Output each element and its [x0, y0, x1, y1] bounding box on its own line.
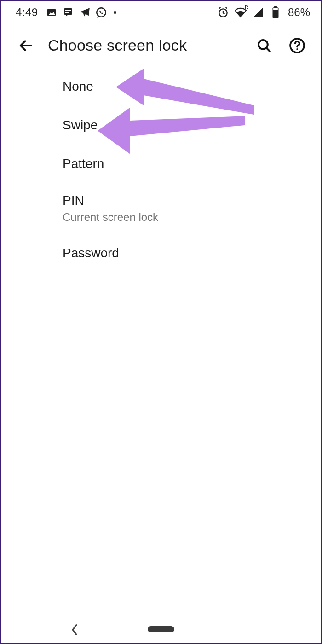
wifi-icon: R: [235, 6, 247, 18]
option-pattern[interactable]: Pattern: [6, 145, 316, 183]
status-bar: 4:49 R: [6, 1, 316, 24]
option-swipe[interactable]: Swipe: [6, 106, 316, 145]
wifi-roaming-badge: R: [245, 4, 248, 10]
search-button[interactable]: [254, 35, 274, 56]
option-label: None: [63, 79, 316, 94]
status-time: 4:49: [16, 6, 38, 19]
option-password[interactable]: Password: [6, 234, 316, 273]
svg-rect-10: [273, 8, 278, 10]
more-notifications-icon: [114, 11, 116, 14]
app-bar: Choose screen lock: [6, 24, 316, 67]
svg-rect-0: [47, 9, 56, 16]
svg-marker-3: [66, 15, 68, 17]
battery-icon: [270, 6, 282, 18]
svg-point-15: [296, 48, 298, 50]
battery-percent: 86%: [288, 6, 310, 19]
image-icon: [46, 6, 58, 18]
telegram-icon: [79, 6, 91, 18]
option-label: Password: [63, 246, 316, 261]
home-gesture-pill[interactable]: [148, 626, 174, 632]
svg-point-6: [97, 8, 106, 17]
whatsapp-icon: [95, 6, 107, 18]
arrow-left-icon: [18, 38, 34, 53]
svg-rect-4: [65, 10, 71, 11]
alarm-icon: [217, 6, 229, 18]
page-title: Choose screen lock: [48, 36, 242, 54]
system-back-button[interactable]: [70, 624, 79, 638]
svg-rect-5: [65, 12, 69, 13]
svg-rect-9: [274, 6, 277, 8]
svg-rect-2: [64, 8, 72, 15]
option-label: Pattern: [63, 157, 316, 171]
chevron-left-icon: [70, 624, 79, 636]
svg-line-13: [266, 48, 270, 51]
option-subtitle: Current screen lock: [63, 211, 316, 224]
option-label: Swipe: [63, 118, 316, 133]
search-icon: [256, 38, 272, 53]
help-button[interactable]: [287, 35, 307, 56]
option-pin[interactable]: PIN Current screen lock: [6, 183, 316, 234]
lock-options-list: None Swipe Pattern PIN Current screen lo…: [6, 67, 316, 615]
messages-icon: [62, 6, 74, 18]
system-nav-bar: [6, 615, 316, 643]
cellular-icon: [252, 6, 264, 18]
option-label: PIN: [63, 193, 316, 208]
option-none[interactable]: None: [6, 67, 316, 106]
help-icon: [289, 37, 305, 54]
back-button[interactable]: [16, 35, 36, 56]
